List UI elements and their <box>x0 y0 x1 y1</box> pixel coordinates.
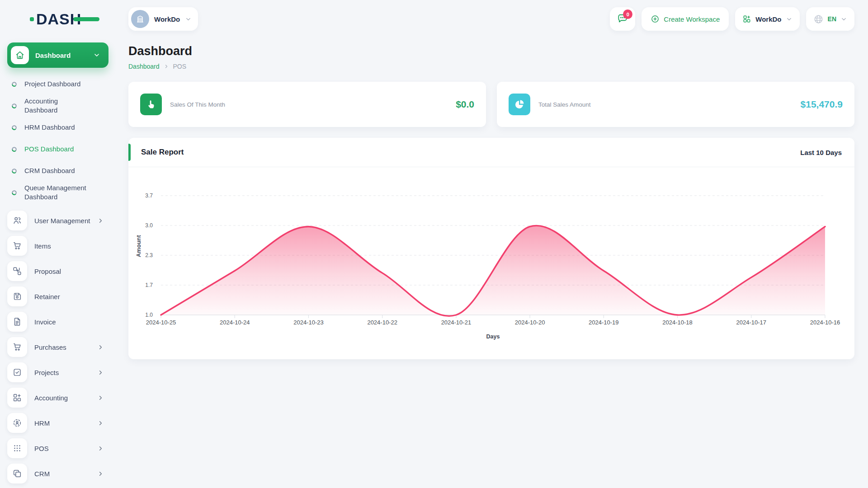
bullet-icon <box>12 190 17 195</box>
sale-report-header: Sale Report Last 10 Days <box>128 138 854 167</box>
sidebar-subitem-crm-dashboard[interactable]: CRM Dashboard <box>12 160 107 182</box>
document-icon <box>7 312 27 332</box>
x-tick-label: 2024-10-20 <box>515 319 545 326</box>
building-icon <box>136 14 145 23</box>
sidebar-menu: User Management Items Proposal Retainer … <box>0 208 116 486</box>
chevron-down-icon <box>185 16 192 23</box>
chevron-right-icon <box>97 217 104 224</box>
tap-hand-icon <box>140 94 162 115</box>
stat-value: $15,470.9 <box>801 99 843 110</box>
sidebar-item-items[interactable]: Items <box>0 233 116 258</box>
grid-plus-icon <box>742 14 751 23</box>
sidebar-item-proposal[interactable]: Proposal <box>0 258 116 284</box>
chevron-right-icon <box>97 470 104 477</box>
sale-report-card: Sale Report Last 10 Days Amount 3.73.02.… <box>128 138 854 359</box>
language-selector[interactable]: EN <box>806 7 854 31</box>
chevron-right-icon <box>97 420 104 427</box>
breadcrumb-current: POS <box>173 63 187 70</box>
workspace-switcher[interactable]: WorkDo <box>128 7 198 31</box>
sidebar-item-user-management[interactable]: User Management <box>0 208 116 233</box>
chevron-right-icon <box>97 394 104 401</box>
proposal-icon <box>7 261 27 281</box>
pie-chart-icon <box>509 94 530 115</box>
messages-badge: 0 <box>623 9 632 19</box>
stat-card-sales-this-month: Sales Of This Month $0.0 <box>128 82 486 127</box>
sidebar-item-dashboard[interactable]: Dashboard <box>7 42 108 68</box>
y-axis-ticks: 3.73.02.31.71.0 <box>128 196 156 315</box>
x-axis-title: Days <box>161 333 825 340</box>
cart-icon <box>7 337 27 357</box>
y-tick-label: 3.0 <box>145 222 153 229</box>
logo-accent-dash <box>73 17 99 21</box>
sidebar-item-crm[interactable]: CRM <box>0 461 116 486</box>
sale-report-title: Sale Report <box>141 148 184 157</box>
sidebar-item-retainer[interactable]: Retainer <box>0 284 116 309</box>
bullet-icon <box>12 125 17 130</box>
chevron-down-icon <box>840 16 847 23</box>
sale-chart-plot[interactable] <box>161 196 825 315</box>
x-tick-label: 2024-10-22 <box>367 319 397 326</box>
chevron-right-icon <box>97 369 104 376</box>
sidebar-subitem-hrm-dashboard[interactable]: HRM Dashboard <box>12 117 107 138</box>
sidebar-subitem-accounting-dashboard[interactable]: Accounting Dashboard <box>12 95 107 117</box>
x-tick-label: 2024-10-25 <box>146 319 176 326</box>
logo-accent-dot <box>30 17 34 21</box>
y-tick-label: 1.0 <box>145 312 153 318</box>
person-target-icon <box>7 413 27 433</box>
main-content: Dashboard Dashboard POS Sales Of This Mo… <box>116 44 868 359</box>
x-tick-label: 2024-10-19 <box>589 319 619 326</box>
workdo-menu-button[interactable]: WorkDo <box>735 7 799 31</box>
language-code: EN <box>828 15 836 23</box>
bullet-icon <box>12 82 17 87</box>
chevron-down-icon <box>93 52 100 59</box>
sidebar-item-projects[interactable]: Projects <box>0 360 116 385</box>
chevron-right-icon <box>97 445 104 452</box>
sidebar-item-label: Dashboard <box>35 52 93 59</box>
sidebar-subitem-queue-management-dashboard[interactable]: Queue Management Dashboard <box>12 182 107 203</box>
sidebar-subitem-project-dashboard[interactable]: Project Dashboard <box>12 73 107 95</box>
sale-report-range: Last 10 Days <box>800 149 842 156</box>
area-chart-svg <box>161 196 825 319</box>
x-tick-label: 2024-10-17 <box>736 319 767 326</box>
sidebar-item-pos[interactable]: POS <box>0 436 116 461</box>
y-tick-label: 2.3 <box>145 252 153 258</box>
task-check-icon <box>7 362 27 382</box>
chevron-right-icon <box>97 344 104 351</box>
globe-icon <box>813 14 824 24</box>
x-tick-label: 2024-10-18 <box>662 319 693 326</box>
sidebar-item-hrm[interactable]: HRM <box>0 410 116 436</box>
y-tick-label: 1.7 <box>145 282 153 288</box>
dashboard-submenu: Project Dashboard Accounting Dashboard H… <box>12 73 107 203</box>
sidebar-item-invoice[interactable]: Invoice <box>0 309 116 334</box>
chevron-right-icon <box>164 64 169 69</box>
plus-circle-icon <box>651 14 660 23</box>
breadcrumb-dashboard-link[interactable]: Dashboard <box>128 63 160 70</box>
stat-value: $0.0 <box>456 99 474 110</box>
create-workspace-button[interactable]: Create Workspace <box>642 7 729 31</box>
topbar: WorkDo 0 Create Workspace WorkDo EN <box>116 0 868 33</box>
x-tick-label: 2024-10-21 <box>441 319 472 326</box>
overlap-squares-icon <box>7 464 27 483</box>
x-tick-label: 2024-10-16 <box>810 319 840 326</box>
breadcrumb: Dashboard POS <box>128 63 854 70</box>
save-icon <box>7 286 27 306</box>
sale-chart: Amount 3.73.02.31.71.0 2024-10-252024-10… <box>128 167 854 359</box>
stat-card-total-sales-amount: Total Sales Amount $15,470.9 <box>497 82 854 127</box>
bullet-icon <box>12 147 17 152</box>
stats-row: Sales Of This Month $0.0 Total Sales Amo… <box>128 82 854 127</box>
workspace-avatar <box>131 10 149 28</box>
dots-grid-icon <box>7 438 27 458</box>
sidebar-subitem-pos-dashboard[interactable]: POS Dashboard <box>12 138 107 160</box>
sidebar-item-purchases[interactable]: Purchases <box>0 334 116 360</box>
app-logo[interactable]: DASH <box>36 10 89 28</box>
x-tick-label: 2024-10-24 <box>220 319 250 326</box>
stat-label: Sales Of This Month <box>170 101 456 108</box>
chevron-down-icon <box>786 16 793 23</box>
stat-label: Total Sales Amount <box>538 101 801 108</box>
cart-icon <box>7 236 27 256</box>
sidebar-item-accounting[interactable]: Accounting <box>0 385 116 410</box>
bullet-icon <box>12 103 17 108</box>
y-tick-label: 3.7 <box>145 192 153 199</box>
x-tick-label: 2024-10-23 <box>293 319 324 326</box>
messages-button[interactable]: 0 <box>610 7 635 31</box>
